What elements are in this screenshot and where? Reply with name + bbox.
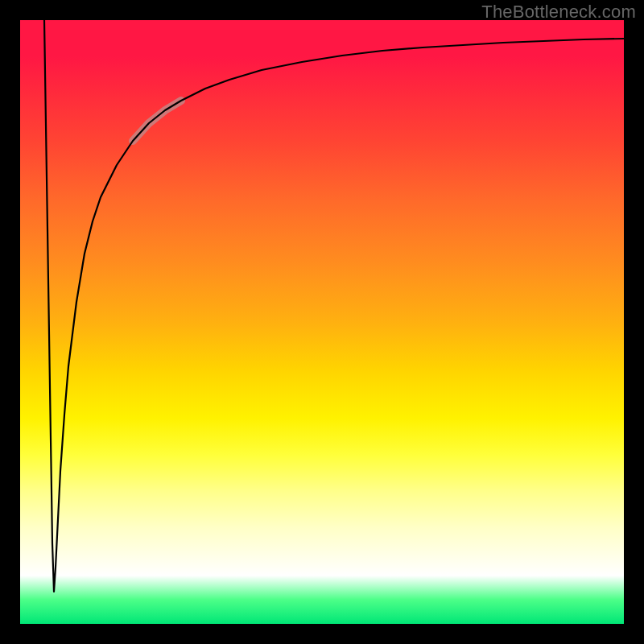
plot-area — [20, 20, 624, 624]
bottleneck-curve — [44, 20, 624, 592]
chart-frame: TheBottleneck.com — [0, 0, 644, 644]
curve-svg — [20, 20, 624, 624]
highlight-segment — [133, 101, 181, 141]
